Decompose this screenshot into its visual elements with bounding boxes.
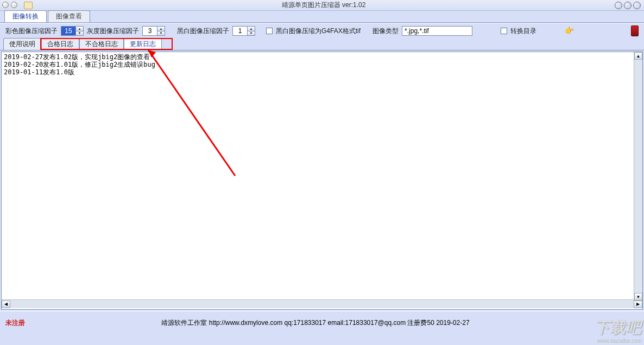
- registration-status: 未注册: [5, 318, 25, 328]
- scroll-up-icon[interactable]: ▲: [634, 52, 642, 60]
- color-factor-spinner[interactable]: ▲▼: [61, 26, 84, 36]
- main-tabs: 图像转换 图像查看: [0, 11, 644, 23]
- tab-image-convert[interactable]: 图像转换: [4, 10, 47, 22]
- bw-tif-checkbox[interactable]: [266, 28, 273, 34]
- tab-ng-log[interactable]: 不合格日志: [79, 38, 124, 50]
- scroll-track[interactable]: [634, 60, 642, 293]
- vertical-scrollbar[interactable]: ▲ ▼: [634, 52, 642, 301]
- spinner-down-icon[interactable]: ▼: [248, 31, 255, 36]
- convert-dir-label: 转换目录: [510, 27, 536, 36]
- log-text: 2019-02-27发布1.02版，实现jbig2图像的查看 2019-02-2…: [2, 52, 642, 299]
- minimize-button[interactable]: [615, 2, 622, 9]
- document-icon: [24, 2, 33, 9]
- color-factor-input[interactable]: [61, 27, 75, 35]
- statusbar: 未注册 靖源软件工作室 http://www.dxmylove.com qq:1…: [0, 311, 644, 335]
- image-type-input[interactable]: [402, 26, 472, 36]
- tab-update-log[interactable]: 更新日志: [124, 38, 162, 50]
- scroll-left-icon[interactable]: ◀: [2, 301, 10, 308]
- toolbar: 彩色图像压缩因子 ▲▼ 灰度图像压缩因子 ▲▼ 黑白图像压缩因子 ▲▼ 黑白图像…: [0, 23, 644, 39]
- scroll-track[interactable]: [10, 301, 634, 308]
- gray-factor-spinner[interactable]: ▲▼: [142, 26, 165, 36]
- horizontal-scrollbar[interactable]: ◀ ▶: [2, 299, 642, 308]
- spinner-down-icon[interactable]: ▼: [157, 31, 165, 36]
- watermark-url: www.xiazaiba.com: [595, 338, 642, 344]
- close-button[interactable]: [633, 2, 641, 9]
- tab-usage[interactable]: 使用说明: [3, 38, 41, 50]
- watermark: 下载吧 www.xiazaiba.com: [595, 317, 642, 344]
- bw-tif-label: 黑白图像压缩为G4FAX格式tif: [276, 27, 361, 36]
- browse-dir-icon[interactable]: 👉: [565, 26, 581, 36]
- spinner-up-icon[interactable]: ▲: [76, 27, 83, 31]
- action-button[interactable]: [631, 25, 639, 36]
- scroll-right-icon[interactable]: ▶: [634, 301, 642, 308]
- titlebar-left-icons: [0, 2, 33, 9]
- tab-image-view[interactable]: 图像查看: [48, 10, 90, 22]
- sysmenu-icon-2[interactable]: [11, 2, 17, 8]
- watermark-logo: 下载吧: [595, 317, 642, 338]
- scroll-down-icon[interactable]: ▼: [634, 293, 642, 301]
- sysmenu-icon[interactable]: [2, 2, 9, 8]
- tab-ok-log[interactable]: 合格日志: [41, 38, 79, 50]
- footer-info: 靖源软件工作室 http://www.dxmylove.com qq:17183…: [25, 318, 606, 328]
- content-area: 2019-02-27发布1.02版，实现jbig2图像的查看 2019-02-2…: [1, 52, 643, 310]
- window-controls: [615, 2, 644, 9]
- spinner-up-icon[interactable]: ▲: [157, 27, 165, 31]
- spinner-up-icon[interactable]: ▲: [248, 27, 255, 31]
- titlebar: 靖源单页图片压缩器 ver:1.02: [0, 0, 644, 11]
- window-title: 靖源单页图片压缩器 ver:1.02: [33, 1, 615, 10]
- bw-factor-input[interactable]: [233, 27, 247, 35]
- gray-factor-label: 灰度图像压缩因子: [87, 27, 139, 36]
- spinner-down-icon[interactable]: ▼: [76, 31, 83, 36]
- gray-factor-input[interactable]: [143, 27, 157, 35]
- bw-factor-spinner[interactable]: ▲▼: [232, 26, 255, 36]
- sub-tabs: 使用说明 合格日志 不合格日志 更新日志: [0, 39, 644, 50]
- image-type-label: 图像类型: [372, 27, 399, 36]
- bw-factor-label: 黑白图像压缩因子: [177, 27, 229, 36]
- color-factor-label: 彩色图像压缩因子: [5, 27, 58, 36]
- convert-dir-checkbox[interactable]: [501, 28, 507, 34]
- maximize-button[interactable]: [624, 2, 632, 9]
